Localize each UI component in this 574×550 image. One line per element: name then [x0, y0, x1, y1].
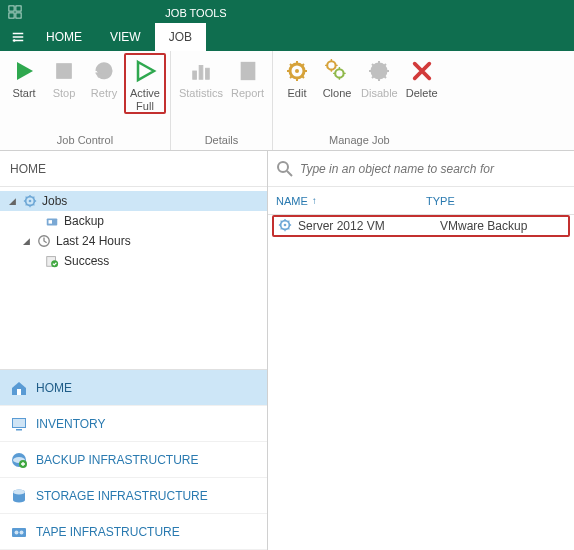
right-pane: NAME ↑ TYPE Server 2012 VM VMware Backup — [268, 151, 574, 550]
svg-rect-6 — [199, 66, 203, 80]
report-icon — [234, 57, 262, 85]
svg-rect-29 — [12, 528, 26, 537]
svg-rect-21 — [17, 389, 21, 395]
navigation-tree: ◢ Jobs Backup ◢ Last 24 Hours Success — [0, 187, 267, 369]
app-icon — [0, 0, 30, 23]
file-menu-button[interactable] — [4, 23, 32, 51]
nav-tape-infra[interactable]: TAPE INFRASTRUCTURE — [0, 514, 267, 550]
left-pane: HOME ◢ Jobs Backup ◢ Last 24 Hours Succe… — [0, 151, 268, 550]
svg-point-11 — [327, 61, 335, 69]
clone-label: Clone — [323, 87, 352, 100]
svg-rect-24 — [16, 429, 22, 431]
jobs-icon — [22, 193, 38, 209]
delete-button[interactable]: Delete — [402, 53, 442, 100]
group-label-details: Details — [175, 132, 268, 150]
svg-point-10 — [295, 69, 299, 73]
cell-name: Server 2012 VM — [298, 219, 440, 233]
group-label-managejob: Manage Job — [277, 132, 442, 150]
title-bar: JOB TOOLS — [0, 0, 574, 23]
delete-label: Delete — [406, 87, 438, 100]
tree-node-success[interactable]: Success — [0, 251, 267, 271]
svg-point-30 — [15, 530, 19, 534]
retry-button[interactable]: Retry — [84, 53, 124, 100]
search-icon — [276, 160, 294, 178]
job-item-icon — [278, 218, 294, 234]
disable-button[interactable]: Disable — [357, 53, 402, 100]
report-button[interactable]: Report — [227, 53, 268, 100]
ribbon-group-managejob: Edit Clone Disable Delete Manage Job — [273, 51, 446, 150]
search-bar — [268, 151, 574, 187]
svg-point-34 — [284, 224, 287, 227]
statistics-button[interactable]: Statistics — [175, 53, 227, 100]
tape-infra-icon — [10, 523, 28, 541]
nav-label: STORAGE INFRASTRUCTURE — [36, 489, 208, 503]
svg-point-20 — [51, 260, 58, 267]
nav-section: HOME INVENTORY BACKUP INFRASTRUCTURE STO… — [0, 369, 267, 550]
disable-icon — [365, 57, 393, 85]
table-row[interactable]: Server 2012 VM VMware Backup — [272, 215, 570, 237]
tab-job[interactable]: JOB — [155, 23, 206, 51]
group-label-jobcontrol: Job Control — [4, 132, 166, 150]
nav-inventory[interactable]: INVENTORY — [0, 406, 267, 442]
ribbon: Start Stop Retry ActiveFull Job Control … — [0, 51, 574, 151]
backup-infra-icon — [10, 451, 28, 469]
menu-tabs: HOME VIEW JOB — [0, 23, 574, 51]
success-icon — [44, 253, 60, 269]
svg-point-12 — [335, 69, 343, 77]
svg-point-31 — [20, 530, 24, 534]
svg-rect-7 — [206, 68, 210, 79]
clock-icon — [36, 233, 52, 249]
svg-rect-0 — [9, 5, 14, 10]
start-button[interactable]: Start — [4, 53, 44, 100]
stop-button[interactable]: Stop — [44, 53, 84, 100]
retry-label: Retry — [91, 87, 117, 100]
tree-label: Backup — [64, 214, 104, 228]
nav-label: INVENTORY — [36, 417, 106, 431]
column-header-name[interactable]: NAME ↑ — [276, 195, 426, 207]
inventory-icon — [10, 415, 28, 433]
delete-icon — [408, 57, 436, 85]
nav-backup-infra[interactable]: BACKUP INFRASTRUCTURE — [0, 442, 267, 478]
expand-arrow-icon: ◢ — [6, 196, 18, 206]
edit-button[interactable]: Edit — [277, 53, 317, 100]
tab-home[interactable]: HOME — [32, 23, 96, 51]
ribbon-group-details: Statistics Report Details — [171, 51, 273, 150]
edit-label: Edit — [288, 87, 307, 100]
column-header-type[interactable]: TYPE — [426, 195, 566, 207]
svg-rect-4 — [57, 64, 72, 79]
tree-node-jobs[interactable]: ◢ Jobs — [0, 191, 267, 211]
play-icon — [10, 57, 38, 85]
retry-icon — [90, 57, 118, 85]
start-label: Start — [12, 87, 35, 100]
statistics-label: Statistics — [179, 87, 223, 100]
svg-point-32 — [278, 162, 288, 172]
svg-rect-1 — [16, 5, 21, 10]
column-label: NAME — [276, 195, 308, 207]
edit-icon — [283, 57, 311, 85]
stop-label: Stop — [53, 87, 76, 100]
report-label: Report — [231, 87, 264, 100]
table-header: NAME ↑ TYPE — [268, 187, 574, 215]
tree-label: Success — [64, 254, 109, 268]
active-full-button[interactable]: ActiveFull — [124, 53, 166, 114]
expand-arrow-icon: ◢ — [20, 236, 32, 246]
sort-asc-icon: ↑ — [312, 195, 317, 206]
active-full-icon — [131, 57, 159, 85]
nav-home[interactable]: HOME — [0, 370, 267, 406]
svg-rect-5 — [193, 71, 197, 79]
disable-label: Disable — [361, 87, 398, 100]
active-full-label: ActiveFull — [130, 87, 160, 112]
svg-point-13 — [372, 64, 386, 78]
nav-storage-infra[interactable]: STORAGE INFRASTRUCTURE — [0, 478, 267, 514]
statistics-icon — [187, 57, 215, 85]
tab-view[interactable]: VIEW — [96, 23, 155, 51]
svg-point-15 — [29, 200, 32, 203]
storage-infra-icon — [10, 487, 28, 505]
clone-button[interactable]: Clone — [317, 53, 357, 100]
stop-icon — [50, 57, 78, 85]
search-input[interactable] — [300, 162, 566, 176]
breadcrumb: HOME — [0, 151, 267, 187]
tree-node-backup[interactable]: Backup — [0, 211, 267, 231]
tree-node-last24[interactable]: ◢ Last 24 Hours — [0, 231, 267, 251]
clone-icon — [323, 57, 351, 85]
